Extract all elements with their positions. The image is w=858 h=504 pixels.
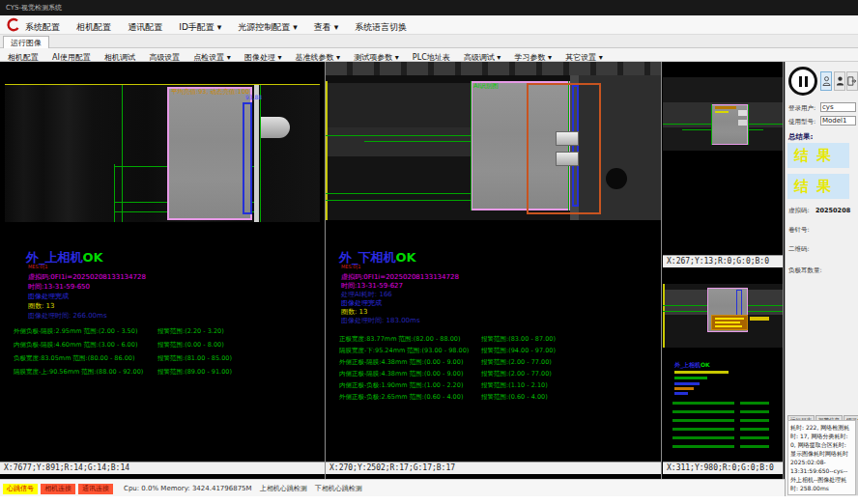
camera-status: OK bbox=[396, 250, 416, 265]
model-input[interactable] bbox=[820, 116, 856, 126]
menu-bar: 系统配置 相机配置 通讯配置 ID手配置 ▾ 光源控制配置 ▾ 查看 ▾ 系统语… bbox=[0, 15, 858, 35]
measurement-text: 内侧正极-负极:1.90mm 范围:(1.00 - 2.20) bbox=[339, 381, 463, 390]
status-bar: 心跳信号相机连接通讯连接Cpu: 0.0% Memory: 3424.41796… bbox=[0, 479, 785, 496]
barcode-text: 虚拟码:0FI1i=20250208133134728 bbox=[28, 272, 146, 282]
process-time-text: 图像处理时间: 183.00ms bbox=[341, 316, 420, 325]
pause-button[interactable] bbox=[788, 67, 817, 96]
measurement-text: 正极宽度:83.77mm 范围:(82.00 - 88.00) bbox=[339, 335, 460, 344]
measurement-text: 隔膜宽度-下:95.24mm 范围:(93.00 - 98.00) bbox=[339, 347, 469, 355]
needle-number-label: 卷针号: bbox=[788, 226, 810, 235]
login-user-input[interactable] bbox=[820, 102, 856, 112]
measurement-text: 隔膜宽度-上:90.56mm 范围:(88.00 - 92.00) bbox=[14, 368, 143, 377]
tool-bar: 相机配置 AI使用配置 相机调试 高级设置 点检设置 ▾ 图像处理 ▾ 基准线参… bbox=[0, 48, 858, 62]
coordinate-readout: X:270;Y:2502;R:17;G:17;B:17 bbox=[326, 462, 661, 474]
menu-item-id-config[interactable]: ID手配置 ▾ bbox=[179, 17, 221, 37]
measure-line-vertical bbox=[114, 164, 115, 222]
loop-count-text: 圈数: 13 bbox=[28, 301, 55, 311]
mini-measure-line bbox=[740, 410, 769, 413]
alarm-highlight-box bbox=[711, 315, 748, 330]
overlay-mark-orange bbox=[715, 106, 736, 109]
virtual-code-value: 20250208 bbox=[815, 207, 850, 214]
user-filled-icon bbox=[836, 75, 844, 87]
mini-measure-line bbox=[672, 445, 734, 448]
measurement-text: 负极宽度:83.05mm 范围:(80.00 - 86.00) bbox=[14, 354, 134, 363]
left-camera-image[interactable]: 平均亮值:93, 动态亮值:100 93,88 bbox=[5, 85, 320, 222]
tab-thumbnail bbox=[556, 131, 579, 146]
pause-icon bbox=[799, 76, 802, 87]
measurement-text: 内侧正极-隔膜:4.38mm 范围:(0.00 - 9.00) bbox=[339, 370, 463, 378]
menu-item-view[interactable]: 查看 ▾ bbox=[314, 17, 338, 37]
camera-status: OK bbox=[83, 250, 103, 265]
center-camera-image[interactable]: AI识别图 bbox=[326, 62, 661, 220]
camera-name: 外_下相机 bbox=[339, 250, 396, 265]
tab-run-image[interactable]: 运行图像 bbox=[3, 36, 49, 49]
overlay-mark-yellow bbox=[750, 317, 769, 321]
tab-thumbnail bbox=[738, 120, 747, 126]
measurement-alarm: 报警范围:(83.00 - 87.00) bbox=[481, 335, 556, 344]
time-text: 时间:13-31-59-650 bbox=[28, 282, 90, 292]
menu-item-camera-config[interactable]: 相机配置 bbox=[76, 17, 111, 37]
title-bar: CYS-视觉检测系统 bbox=[0, 0, 858, 15]
mes-text: MES:0|1 bbox=[28, 264, 47, 269]
user-login-button[interactable] bbox=[820, 71, 832, 91]
roi-box-blue bbox=[243, 102, 252, 214]
mini-measure-line bbox=[740, 419, 769, 422]
mini-measure-line bbox=[740, 445, 769, 448]
measurement-text: 外侧正极-隔膜:4.38mm 范围:(0.00 - 9.00) bbox=[339, 358, 463, 367]
mini-text-line bbox=[674, 387, 694, 390]
log-text-area[interactable]: 耗时: 222, 网络检测耗时: 17, 网络分类耗时: 0, 网络提取合区耗时… bbox=[787, 420, 856, 495]
coordinate-readout: X:7677;Y:891;R:14;G:14;B:14 bbox=[0, 462, 325, 474]
login-user-label: 登录用户: bbox=[788, 104, 815, 113]
process-time-text: 图像处理时间: 266.00ms bbox=[28, 311, 107, 321]
comm-connection-badge: 通讯连接 bbox=[78, 484, 113, 494]
virtual-code-label: 虚拟码: bbox=[788, 207, 810, 215]
cpu-memory-readout: Cpu: 0.0% Memory: 3424.41796875M bbox=[124, 485, 252, 492]
mini-measure-line bbox=[672, 410, 734, 413]
measurement-text: 外侧负极-隔膜:2.95mm 范围:(2.00 - 3.50) bbox=[14, 327, 137, 336]
measurement-alarm: 报警范围:(2.20 - 3.20) bbox=[157, 327, 224, 336]
menu-item-language[interactable]: 系统语言切换 bbox=[355, 17, 407, 37]
roi-note-text: 93,88 bbox=[245, 94, 262, 100]
right-control-panel: 登录用户: 使用型号: 总结果: 结果 结果 虚拟码: 20250208 卷针号… bbox=[785, 62, 858, 496]
result-display-2: 结果 bbox=[787, 174, 849, 199]
machine-rail bbox=[326, 62, 661, 75]
measurement-alarm: 报警范围:(94.00 - 97.00) bbox=[481, 347, 556, 355]
mini-text-line bbox=[674, 377, 707, 379]
pause-icon bbox=[805, 76, 808, 87]
menu-item-light-config[interactable]: 光源控制配置 ▾ bbox=[238, 17, 297, 37]
measure-line-vertical bbox=[471, 81, 472, 210]
menu-item-system-config[interactable]: 系统配置 bbox=[25, 17, 60, 37]
main-area: 平均亮值:93, 动态亮值:100 93,88 外_上相机OK MES:0|1 … bbox=[0, 62, 858, 479]
mini-measure-line bbox=[740, 436, 769, 439]
app-logo-icon bbox=[5, 17, 20, 37]
preview-top-panel: X:267;Y:13;R:0;G:0;B:0 bbox=[663, 75, 783, 267]
app-window: CYS-视觉检测系统 系统配置 相机配置 通讯配置 ID手配置 ▾ 光源控制配置… bbox=[0, 0, 858, 504]
exit-button[interactable] bbox=[846, 71, 858, 91]
measurement-alarm: 报警范围:(1.10 - 2.10) bbox=[481, 381, 548, 390]
measurement-alarm: 报警范围:(81.00 - 85.00) bbox=[157, 354, 232, 363]
overlay-mark-yellow bbox=[715, 111, 729, 113]
measure-line-vertical bbox=[748, 104, 749, 145]
overlay-mark-yellow bbox=[715, 325, 742, 327]
mini-text-line bbox=[674, 392, 688, 395]
tab-bar: 运行图像 bbox=[0, 35, 858, 48]
bottom-camera-heartbeat-text: 下相机心跳检测 bbox=[315, 485, 362, 492]
menu-items: 系统配置 相机配置 通讯配置 ID手配置 ▾ 光源控制配置 ▾ 查看 ▾ 系统语… bbox=[25, 15, 418, 37]
preview-top-image[interactable] bbox=[663, 77, 783, 151]
separator-strip bbox=[254, 85, 259, 222]
measurement-alarm: 报警范围:(2.00 - 77.00) bbox=[481, 358, 552, 367]
roi-box-orange bbox=[527, 83, 601, 214]
coordinate-readout: X:311;Y:980;R:0;G:0;B:0 bbox=[663, 462, 783, 474]
user-manage-button[interactable] bbox=[834, 71, 845, 91]
panel-divider bbox=[783, 62, 784, 479]
measure-line-vertical bbox=[711, 104, 712, 145]
mini-camera-title: 外_上相机OK bbox=[674, 361, 710, 370]
preview-bottom-image[interactable] bbox=[663, 284, 783, 348]
tab-thumbnail bbox=[556, 152, 579, 166]
model-label: 使用型号: bbox=[788, 118, 815, 126]
process-done-text: 图像处理完成 bbox=[28, 292, 69, 301]
tab-thumbnail bbox=[738, 110, 747, 116]
menu-item-comm-config[interactable]: 通讯配置 bbox=[128, 17, 162, 37]
exit-door-icon bbox=[847, 75, 857, 87]
left-camera-panel: 平均亮值:93, 动态亮值:100 93,88 外_上相机OK MES:0|1 … bbox=[0, 62, 325, 474]
